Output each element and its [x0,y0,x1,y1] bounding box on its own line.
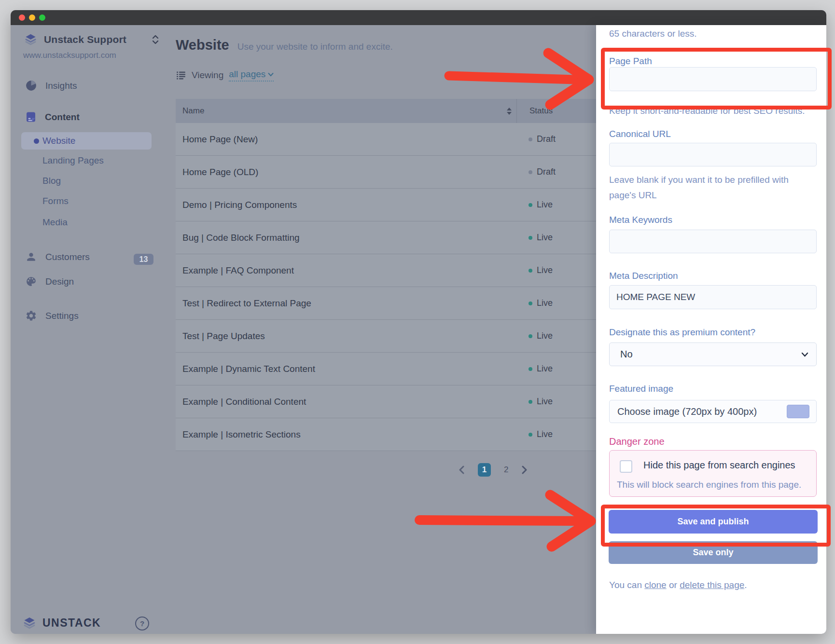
meta-keywords-input[interactable] [609,230,817,253]
page-name-cell[interactable]: Home Page (OLD) [176,167,517,178]
page-name-cell[interactable]: Example | Dynamic Text Content [176,364,517,374]
sidebar-item-insights[interactable]: Insights [25,80,77,92]
table-row[interactable]: Example | Conditional Content Live [176,385,596,418]
table-row[interactable]: Home Page (New) Draft [176,123,596,156]
org-switcher[interactable]: Unstack Support [24,33,159,46]
status-dot-icon [529,367,532,371]
design-palette-icon [25,275,37,288]
page-name-cell[interactable]: Example | FAQ Component [176,265,517,276]
table-header-row: Name Status [176,99,596,123]
page-name-cell[interactable]: Home Page (New) [176,134,517,145]
meta-description-input[interactable] [609,285,817,309]
featured-image-swatch[interactable] [787,405,809,418]
table-row[interactable]: Home Page (OLD) Draft [176,156,596,189]
delete-page-link[interactable]: delete this page [680,580,744,590]
status-dot-icon [529,301,532,305]
customers-count-badge: 13 [134,254,153,265]
page-path-help: Keep it short-and-readable for best SEO … [609,103,817,119]
page-status-cell: Draft [517,167,556,177]
viewing-label: Viewing [192,70,223,81]
save-only-button[interactable]: Save only [609,541,818,564]
pagination: 1 2 [459,463,528,477]
table-row[interactable]: Test | Redirect to External Page Live [176,287,596,320]
sidebar-item-customers[interactable]: Customers [25,251,90,263]
zoom-window-button[interactable] [39,14,45,21]
sidebar-item-website[interactable]: Website [21,132,152,150]
page-number-2[interactable]: 2 [504,465,508,475]
page-path-label: Page Path [609,56,817,67]
page-name-cell[interactable]: Test | Page Updates [176,331,517,342]
page-path-input[interactable] [609,67,817,91]
danger-zone-title: Danger zone [609,436,817,447]
viewing-filter: Viewing all pages [177,69,274,82]
sidebar-item-landing-pages[interactable]: Landing Pages [42,155,104,166]
status-label: Draft [537,134,556,144]
premium-content-label: Designate this as premium content? [609,327,817,338]
page-number-1[interactable]: 1 [478,463,491,477]
previous-page-button[interactable] [459,466,465,474]
help-button[interactable]: ? [135,617,149,630]
page-name-cell[interactable]: Example | Isometric Sections [176,429,517,440]
insights-pie-icon [25,80,37,92]
content-document-icon [25,111,37,123]
brand-footer: UNSTACK [23,616,101,630]
column-header-status[interactable]: Status [517,106,553,116]
status-dot-icon [529,269,532,273]
page-name-cell[interactable]: Test | Redirect to External Page [176,298,517,309]
brand-wordmark: UNSTACK [42,617,101,630]
page-name-cell[interactable]: Example | Conditional Content [176,397,517,407]
sidebar-item-media[interactable]: Media [42,217,68,228]
table-row[interactable]: Bug | Code Block Formatting Live [176,221,596,254]
org-url: www.unstacksupport.com [23,51,116,60]
table-row[interactable]: Example | Dynamic Text Content Live [176,353,596,385]
page-name-cell[interactable]: Demo | Pricing Components [176,200,517,210]
page-name-cell[interactable]: Bug | Code Block Formatting [176,233,517,243]
canonical-url-help: Leave blank if you want it to be prefill… [609,172,817,203]
table-row[interactable]: Test | Page Updates Live [176,320,596,353]
hide-from-search-checkbox[interactable] [620,460,632,473]
canonical-url-input[interactable] [609,143,817,166]
sidebar-item-content[interactable]: Content [25,111,80,123]
viewing-pages-dropdown[interactable]: all pages [229,69,274,82]
page-status-cell: Live [517,233,553,243]
featured-image-placeholder: Choose image (720px by 400px) [617,406,757,417]
minimize-window-button[interactable] [29,14,35,21]
column-header-name[interactable]: Name [176,99,517,123]
sidebar-item-label: Media [42,217,68,228]
close-window-button[interactable] [19,14,25,21]
clone-link[interactable]: clone [644,580,666,590]
table-row[interactable]: Example | Isometric Sections Live [176,418,596,451]
table-row[interactable]: Demo | Pricing Components Live [176,189,596,221]
next-page-button[interactable] [521,466,528,474]
table-body: Home Page (New) Draft Home Page (OLD) Dr… [176,123,596,451]
featured-image-picker[interactable]: Choose image (720px by 400px) [609,400,817,423]
sidebar-item-forms[interactable]: Forms [42,196,69,206]
footer-text: . [744,580,747,590]
sidebar-item-settings[interactable]: Settings [25,310,79,322]
unstack-logo-icon [23,616,36,630]
featured-image-label: Featured image [609,384,817,394]
status-label: Live [537,265,553,275]
org-name: Unstack Support [44,34,126,45]
sidebar: Unstack Support www.unstacksupport.com [11,25,170,634]
meta-description-label: Meta Description [609,271,817,281]
table-row[interactable]: Example | FAQ Component Live [176,254,596,287]
column-header-label: Name [182,106,204,116]
sidebar-item-design[interactable]: Design [25,275,74,288]
sort-icon[interactable] [507,108,512,115]
page-subtitle: Use your website to inform and excite. [237,41,393,52]
page-status-cell: Live [517,397,553,407]
page-status-cell: Live [517,364,553,374]
sidebar-item-label: Landing Pages [42,155,104,166]
premium-select[interactable]: No [609,343,817,366]
sidebar-item-blog[interactable]: Blog [42,176,61,186]
footer-text: You can [609,580,644,590]
status-dot-icon [529,203,532,207]
sidebar-item-label: Settings [45,311,79,321]
status-dot-icon [529,170,532,174]
sidebar-item-label: Website [42,136,75,146]
save-and-publish-button[interactable]: Save and publish [609,510,818,534]
premium-select-value: No [620,349,633,360]
status-label: Live [537,397,553,407]
app-window: Unstack Support www.unstacksupport.com [11,10,826,634]
